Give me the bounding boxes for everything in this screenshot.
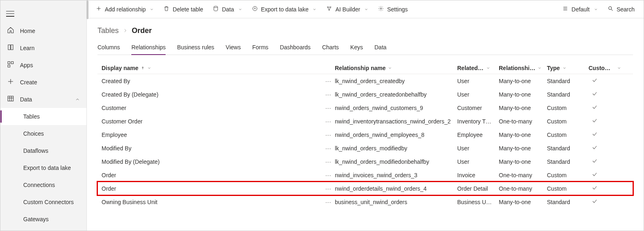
column-header-custom[interactable]: Custom… [589,65,621,71]
table-row[interactable]: Modified By (Delegate)···lk_nwind_orders… [97,155,633,168]
table-row[interactable]: Customer···nwind_orders_nwind_customers_… [97,101,633,114]
table-row[interactable]: Modified By···lk_nwind_orders_modifiedby… [97,141,633,155]
svg-point-10 [609,7,611,9]
sidebar-item-connections[interactable]: Connections [0,176,86,194]
column-header-related[interactable]: Related… [457,65,499,71]
tab-data[interactable]: Data [374,42,387,55]
row-actions-button[interactable]: ··· [322,78,335,84]
tab-dashboards[interactable]: Dashboards [280,42,311,55]
table-row[interactable]: Owning Business Unit···business_unit_nwi… [97,195,633,209]
cell-custom [589,77,621,84]
cell-display-name: Order [102,185,322,192]
command-bar: Add relationship Delete table Data Expor… [87,0,644,18]
breadcrumb-root[interactable]: Tables [97,26,119,35]
row-actions-button[interactable]: ··· [322,172,335,178]
chevron-down-icon [238,7,242,11]
cell-custom [589,172,621,178]
cell-relationship-name: nwind_inventorytransactions_nwind_orders… [335,118,457,125]
delete-table-button[interactable]: Delete table [159,3,207,15]
relationships-grid: Display name Relationship name Related… [97,62,633,209]
export-to-data-lake-button[interactable]: Export to data lake [248,3,321,15]
more-icon: ··· [325,118,332,125]
row-actions-button[interactable]: ··· [322,145,335,152]
tab-relationships[interactable]: Relationships [131,42,166,55]
view-default-button[interactable]: Default [558,3,602,15]
hamburger-icon[interactable] [6,11,14,17]
cell-display-name: Created By (Delegate) [102,91,322,98]
check-icon [592,158,598,165]
tab-business-rules[interactable]: Business rules [177,42,214,55]
table-row[interactable]: Employee···nwind_orders_nwind_employees_… [97,128,633,141]
search-button[interactable]: Search [604,3,639,15]
settings-button[interactable]: Settings [374,3,412,15]
sidebar-item-data[interactable]: Data [0,91,86,108]
cell-relationship-type: Many-to-one [499,91,547,98]
table-row[interactable]: Order···nwind_orderdetails_nwind_orders_… [97,182,633,195]
cmd-label: Delete table [173,6,203,13]
column-header-relationship-type[interactable]: Relationshi… [499,65,547,71]
cell-relationship-type: Many-to-one [499,145,547,152]
sidebar-item-gateways[interactable]: Gateways [0,211,86,228]
table-row[interactable]: Created By···lk_nwind_orders_createdbyUs… [97,74,633,88]
tab-keys[interactable]: Keys [350,42,363,55]
cell-custom [589,158,621,165]
tab-charts[interactable]: Charts [322,42,339,55]
column-header-display-name[interactable]: Display name [102,65,322,71]
sidebar-item-label: Connections [23,182,55,188]
ai-builder-button[interactable]: AI Builder [322,3,372,15]
sidebar-item-export-to-data-lake[interactable]: Export to data lake [0,159,86,176]
sidebar-scroll-handle[interactable] [86,0,89,19]
check-icon [592,198,598,205]
content: Tables Order Columns Relationships Busin… [87,18,644,209]
row-actions-button[interactable]: ··· [322,91,335,98]
cell-relationship-name: business_unit_nwind_orders [335,199,457,205]
sidebar-item-label: Create [20,79,37,86]
cell-relationship-name: nwind_invoices_nwind_orders_3 [335,172,457,178]
more-icon: ··· [325,199,332,205]
sidebar-item-learn[interactable]: Learn [0,40,86,57]
table-row[interactable]: Order···nwind_invoices_nwind_orders_3Inv… [97,168,633,182]
cell-related: Order Detail [457,185,499,192]
table-row[interactable]: Created By (Delegate)···lk_nwind_orders_… [97,88,633,101]
tab-forms[interactable]: Forms [252,42,268,55]
svg-point-8 [329,9,330,10]
column-header-type[interactable]: Type [547,65,589,71]
sidebar-item-tables[interactable]: Tables [0,108,86,125]
cell-display-name: Customer Order [102,118,322,125]
row-actions-button[interactable]: ··· [322,158,335,165]
cell-relationship-type: Many-to-one [499,158,547,165]
sidebar-item-label: Dataflows [23,147,48,154]
row-actions-button[interactable]: ··· [322,118,335,125]
sidebar-item-label: Custom Connectors [23,199,74,205]
chevron-down-icon [388,66,392,70]
header-label: Display name [102,65,138,71]
plus-icon [7,78,14,86]
check-icon [592,145,598,152]
sidebar-item-label: Home [20,28,35,34]
sidebar-item-apps[interactable]: Apps [0,57,86,74]
cell-relationship-type: Many-to-one [499,132,547,138]
tab-views[interactable]: Views [226,42,241,55]
sidebar-item-dataflows[interactable]: Dataflows [0,142,86,159]
sidebar-item-create[interactable]: Create [0,74,86,91]
row-actions-button[interactable]: ··· [322,132,335,138]
row-actions-button[interactable]: ··· [322,105,335,111]
cell-related: User [457,158,499,165]
sidebar-item-custom-connectors[interactable]: Custom Connectors [0,194,86,211]
cell-type: Custom [547,105,589,111]
sidebar-item-home[interactable]: Home [0,22,86,40]
row-actions-button[interactable]: ··· [322,199,335,205]
svg-point-9 [380,8,382,9]
sidebar-item-choices[interactable]: Choices [0,125,86,142]
row-actions-button[interactable]: ··· [322,185,335,192]
data-button[interactable]: Data [209,3,246,15]
cell-relationship-type: One-to-many [499,172,547,178]
sidebar: Home Learn Apps Create Data [0,0,87,231]
cell-relationship-name: lk_nwind_orders_modifiedby [335,145,457,152]
cell-type: Standard [547,199,589,205]
add-relationship-button[interactable]: Add relationship [92,3,158,15]
data-icon [7,95,14,103]
table-row[interactable]: Customer Order···nwind_inventorytransact… [97,114,633,128]
tab-columns[interactable]: Columns [97,42,120,55]
column-header-relationship-name[interactable]: Relationship name [335,65,457,71]
